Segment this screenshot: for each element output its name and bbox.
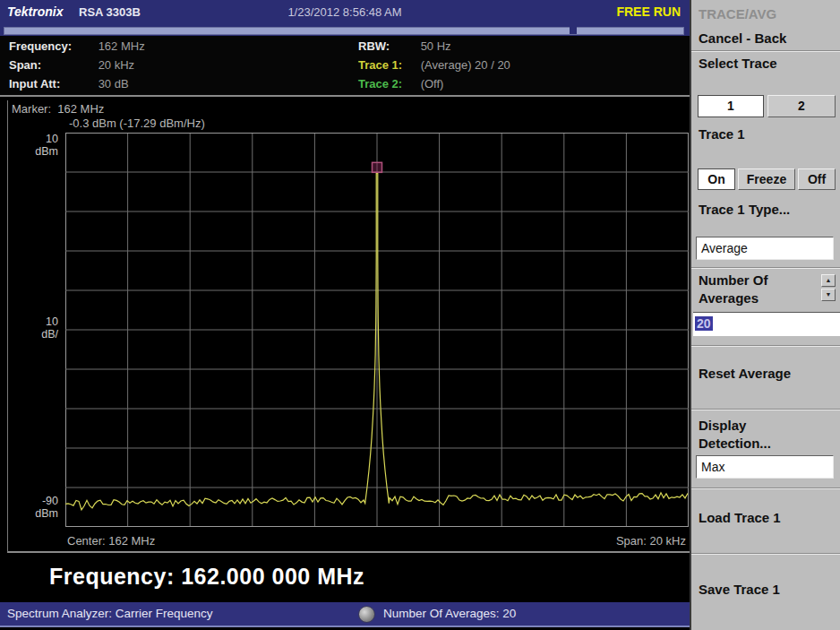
y-axis-scale-label: 10 dB/ xyxy=(8,315,58,341)
display-detection-button[interactable]: Display Detection... xyxy=(699,417,771,453)
spectrum-plot xyxy=(65,133,689,527)
frequency-readout-text: Frequency: 162.000 000 MHz xyxy=(49,564,364,590)
trace-type-button[interactable]: Trace 1 Type... xyxy=(699,201,790,219)
marker-readout-line1: Marker: 162 MHz xyxy=(12,102,104,116)
setting-trace2: Trace 2: (Off) xyxy=(358,77,443,95)
averages-input-value: 20 xyxy=(695,316,713,331)
trace1-value: (Average) 20 / 20 xyxy=(421,58,510,72)
separator xyxy=(691,409,840,410)
spectrum-display: Marker: 162 MHz -0.3 dBm (-17.29 dBm/Hz)… xyxy=(7,100,690,553)
frequency-readout: Frequency: 162.000 000 MHz xyxy=(0,553,690,602)
separator xyxy=(691,553,840,555)
reset-average-button[interactable]: Reset Average xyxy=(699,365,791,383)
trace-on-button[interactable]: On xyxy=(698,168,735,190)
menu-title: TRACE/AVG xyxy=(699,6,776,22)
separator xyxy=(691,50,840,52)
y-axis-bottom-label: -90 dBm xyxy=(8,495,58,520)
setting-rbw: RBW: 50 Hz xyxy=(358,39,451,57)
averages-input[interactable]: 20 xyxy=(693,312,840,336)
instrument-screen: Tektronix RSA 3303B 1/23/2012 8:56:48 AM… xyxy=(0,0,840,630)
trace-1-tab[interactable]: 1 xyxy=(698,95,764,117)
number-of-averages-label: Number Of Averages xyxy=(699,272,768,307)
span-axis-label: Span: 20 kHz xyxy=(616,534,686,548)
save-trace-button[interactable]: Save Trace 1 xyxy=(699,581,780,599)
select-trace-button[interactable]: Select Trace xyxy=(699,55,777,73)
detection-value-field[interactable]: Max xyxy=(696,455,834,479)
softkey-menu: TRACE/AVG Cancel - Back Select Trace 1 2… xyxy=(690,0,840,630)
titlebar-substrip xyxy=(0,25,690,36)
trace-2-tab[interactable]: 2 xyxy=(767,95,836,117)
separator xyxy=(691,267,840,269)
separator xyxy=(691,345,840,347)
setting-span: Span: 20 kHz xyxy=(9,58,134,76)
spinner-up-button[interactable]: ▲ xyxy=(821,274,836,287)
spinner-down-button[interactable]: ▼ xyxy=(821,289,836,301)
trace2-label: Trace 2: xyxy=(358,77,417,91)
knob-icon xyxy=(358,606,375,623)
run-status-badge: FREE RUN xyxy=(616,4,681,19)
setting-input-att: Input Att: 30 dB xyxy=(9,77,129,95)
span-value: 20 kHz xyxy=(99,58,134,72)
datetime-label: 1/23/2012 8:56:48 AM xyxy=(0,5,690,19)
rbw-value: 50 Hz xyxy=(421,39,451,53)
trace-freeze-button[interactable]: Freeze xyxy=(738,168,795,190)
frequency-value: 162 MHz xyxy=(99,39,145,53)
load-trace-button[interactable]: Load Trace 1 xyxy=(699,509,781,527)
trace2-value: (Off) xyxy=(421,77,444,91)
titlebar: Tektronix RSA 3303B 1/23/2012 8:56:48 AM… xyxy=(0,0,690,25)
trace1-label: Trace 1: xyxy=(358,58,417,72)
setting-trace1: Trace 1: (Average) 20 / 20 xyxy=(358,58,510,76)
span-label: Span: xyxy=(9,58,95,72)
trace-heading: Trace 1 xyxy=(699,125,745,143)
mode-status-text: Spectrum Analyzer: Carrier Frequency xyxy=(7,607,213,620)
spinner-down-icon: ▼ xyxy=(826,291,832,298)
spinner-up-icon: ▲ xyxy=(826,277,832,283)
marker-readout-line2: -0.3 dBm (-17.29 dBm/Hz) xyxy=(69,117,205,130)
substrip-bar xyxy=(4,27,684,35)
frequency-label: Frequency: xyxy=(9,39,95,53)
marker-frequency: 162 MHz xyxy=(57,102,104,116)
status-bar: Spectrum Analyzer: Carrier Frequency Num… xyxy=(0,602,690,627)
trace-off-button[interactable]: Off xyxy=(798,168,836,190)
separator xyxy=(691,488,840,489)
substrip-tick xyxy=(570,26,577,34)
center-frequency-label: Center: 162 MHz xyxy=(67,534,155,548)
trace-type-value-field[interactable]: Average xyxy=(696,237,834,260)
marker-label: Marker: xyxy=(12,102,51,116)
cancel-back-button[interactable]: Cancel - Back xyxy=(699,30,786,47)
setting-frequency: Frequency: 162 MHz xyxy=(9,39,145,57)
settings-panel: Frequency: 162 MHz Span: 20 kHz Input At… xyxy=(0,36,690,97)
y-axis-top-label: 10 dBm xyxy=(8,133,58,158)
input-att-label: Input Att: xyxy=(9,77,95,91)
rbw-label: RBW: xyxy=(358,39,417,53)
input-att-value: 30 dB xyxy=(99,77,129,91)
knob-assignment-text: Number Of Averages: 20 xyxy=(383,607,516,620)
